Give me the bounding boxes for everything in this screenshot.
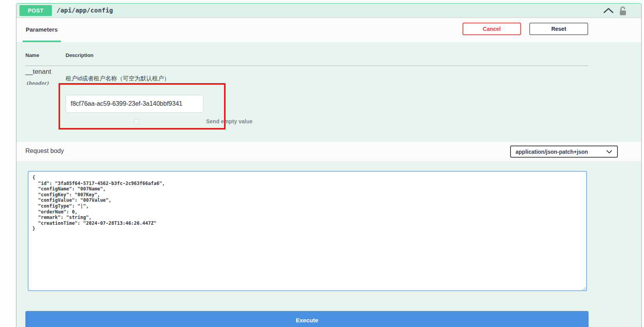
content-type-selected-value: application/json-patch+json xyxy=(516,149,588,155)
tab-parameters[interactable]: Parameters xyxy=(23,18,61,42)
collapse-chevron-up-icon[interactable] xyxy=(603,7,614,16)
request-body-header: Request body application/json-patch+json xyxy=(16,142,641,161)
auth-unlock-icon[interactable] xyxy=(619,5,627,18)
request-body-editor[interactable]: { "id": "3fa85f64-5717-4562-b3fc-2c963f6… xyxy=(28,171,587,291)
operation-summary[interactable]: POST /api/app/config xyxy=(16,4,641,18)
send-empty-value-label: Send empty value xyxy=(206,118,253,124)
column-header-name: Name xyxy=(25,52,39,58)
parameter-name: __tenant xyxy=(25,68,51,76)
column-header-description: Description xyxy=(66,52,94,58)
operation-block-post: POST /api/app/config Parameters Cancel R… xyxy=(16,3,642,327)
parameter-location: (header) xyxy=(26,80,49,86)
execute-button[interactable]: Execute xyxy=(25,311,589,327)
http-method-badge: POST xyxy=(20,5,52,16)
tab-bar: Parameters Cancel Reset xyxy=(16,18,641,42)
send-empty-value-checkbox[interactable] xyxy=(134,119,139,124)
chevron-down-icon xyxy=(606,148,612,155)
reset-button[interactable]: Reset xyxy=(529,23,588,35)
parameters-section: Name Description __tenant (header) 租户id或… xyxy=(16,42,641,142)
tenant-value-input[interactable] xyxy=(66,95,203,113)
request-body-label: Request body xyxy=(25,148,64,155)
parameter-description: 租户id或者租户名称（可空为默认租户） xyxy=(66,75,170,82)
endpoint-path: /api/app/config xyxy=(57,7,113,14)
request-body-editor-section: { "id": "3fa85f64-5717-4562-b3fc-2c963f6… xyxy=(16,161,641,327)
content-type-dropdown[interactable]: application/json-patch+json xyxy=(510,146,618,158)
cancel-button[interactable]: Cancel xyxy=(463,23,521,35)
table-header-divider xyxy=(25,66,589,66)
